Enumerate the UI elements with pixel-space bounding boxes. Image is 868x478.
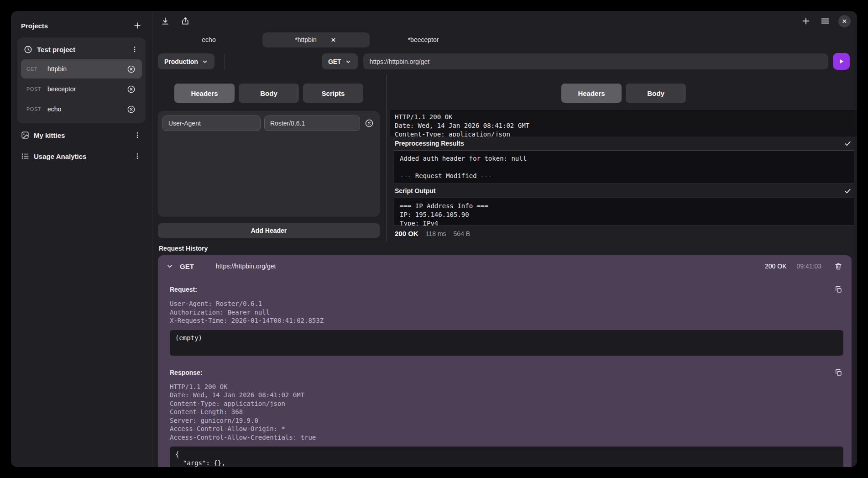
check-icon — [844, 187, 852, 195]
environment-selector[interactable]: Production — [158, 53, 214, 69]
history-method: GET — [180, 263, 194, 270]
tab-close-button[interactable] — [329, 36, 337, 44]
circle-x-icon — [127, 65, 136, 74]
list-icon — [21, 152, 29, 160]
tab-response-headers[interactable]: Headers — [561, 84, 622, 103]
tab-label: *beeceptor — [408, 36, 439, 43]
request-name: echo — [47, 105, 126, 113]
sidebar-header: Projects — [17, 18, 146, 36]
tab-response-body[interactable]: Body — [626, 84, 686, 103]
response-duration: 118 ms — [426, 230, 446, 237]
request-method-badge: GET — [26, 66, 47, 72]
image-icon — [21, 131, 29, 139]
kebab-icon — [134, 131, 141, 139]
new-tab-button[interactable] — [800, 15, 812, 27]
download-icon — [161, 16, 170, 26]
header-value-input[interactable] — [264, 116, 360, 131]
tab-label: *httpbin — [295, 36, 316, 43]
export-button[interactable] — [180, 16, 191, 26]
new-project-button[interactable] — [132, 20, 143, 31]
sidebar-request-echo[interactable]: POST echo — [21, 100, 142, 119]
project-group: Test project GET httpbin POST beeceptor — [17, 37, 146, 123]
sidebar-request-httpbin[interactable]: GET httpbin — [21, 59, 142, 79]
trash-icon — [834, 262, 842, 270]
sidebar-item-label: Usage Analytics — [34, 152, 128, 160]
remove-request-button[interactable] — [126, 104, 136, 115]
script-output[interactable]: === IP Address Info === IP: 195.146.105.… — [394, 198, 854, 226]
delete-history-button[interactable] — [833, 261, 843, 271]
copy-icon — [834, 285, 842, 294]
response-size: 564 B — [454, 230, 471, 237]
response-headers-output[interactable]: HTTP/1.1 200 OK Date: Wed, 14 Jan 2026 0… — [390, 110, 857, 137]
chevron-down-icon[interactable] — [166, 263, 173, 270]
url-input[interactable] — [363, 53, 828, 69]
request-method-badge: POST — [26, 86, 47, 92]
request-method-badge: POST — [26, 106, 47, 112]
hamburger-icon — [820, 16, 830, 26]
remove-header-button[interactable] — [364, 118, 375, 129]
import-button[interactable] — [160, 16, 171, 26]
chevron-down-icon — [202, 58, 208, 65]
top-toolbar — [152, 11, 857, 31]
app-menu-button[interactable] — [819, 15, 831, 27]
history-entry-body: Request: User-Agent: Roster/0.6.1 Author… — [158, 284, 852, 467]
tab-beeceptor[interactable]: *beeceptor — [370, 32, 477, 47]
tab-body[interactable]: Body — [239, 84, 299, 103]
app-window: Projects Test project GET httpbin — [11, 11, 857, 467]
status-code: 200 OK — [395, 230, 418, 237]
request-history-title: Request History — [158, 242, 852, 255]
circle-x-icon — [365, 119, 374, 128]
check-icon — [844, 140, 852, 147]
tab-headers[interactable]: Headers — [174, 84, 235, 103]
copy-response-button[interactable] — [833, 368, 843, 378]
response-panel-tabs: Headers Body — [390, 84, 857, 103]
tab-label: echo — [202, 36, 215, 43]
header-row — [162, 116, 375, 131]
copy-icon — [834, 368, 842, 377]
preprocessing-output[interactable]: Added auth header for token: null --- Re… — [394, 150, 854, 184]
tab-scripts[interactable]: Scripts — [303, 84, 363, 103]
request-name: beeceptor — [47, 85, 126, 93]
project-menu-button[interactable] — [130, 45, 139, 54]
header-key-input[interactable] — [162, 116, 261, 131]
preprocessing-section-header: Preprocessing Results — [390, 137, 857, 150]
main-area: echo *httpbin *beeceptor Production GET — [152, 11, 857, 467]
play-icon — [838, 58, 845, 65]
history-request-headers: User-Agent: Roster/0.6.1 Authorization: … — [170, 299, 843, 325]
kebab-icon — [134, 152, 141, 160]
method-label: GET — [328, 58, 341, 65]
sidebar-request-beeceptor[interactable]: POST beeceptor — [21, 79, 142, 99]
request-bar: Production GET — [152, 48, 857, 74]
collection-menu-button[interactable] — [133, 152, 142, 161]
sidebar-item-usage-analytics[interactable]: Usage Analytics — [17, 144, 146, 165]
request-label: Request: — [170, 286, 197, 293]
remove-request-button[interactable] — [126, 64, 136, 74]
send-button[interactable] — [833, 53, 850, 70]
response-status-bar: 200 OK 118 ms 564 B — [390, 226, 857, 237]
copy-request-button[interactable] — [833, 284, 843, 294]
history-entry-header[interactable]: GET https://httpbin.org/get 200 OK 09:41… — [158, 255, 852, 277]
request-history-section: Request History GET https://httpbin.org/… — [152, 242, 857, 467]
history-response-body: { "args": {}, "headers": { — [170, 446, 843, 467]
document-tab-bar: echo *httpbin *beeceptor — [152, 31, 857, 48]
close-icon — [842, 18, 847, 24]
remove-request-button[interactable] — [126, 84, 136, 95]
method-selector[interactable]: GET — [322, 53, 358, 69]
plus-icon — [133, 21, 142, 30]
collection-menu-button[interactable] — [133, 131, 142, 140]
tab-echo[interactable]: echo — [155, 32, 262, 47]
window-close-button[interactable] — [838, 15, 851, 27]
tab-httpbin[interactable]: *httpbin — [262, 32, 370, 47]
project-name: Test project — [37, 46, 125, 53]
plus-icon — [801, 16, 811, 26]
script-output-section-header: Script Output — [390, 184, 857, 198]
history-entry-card: GET https://httpbin.org/get 200 OK 09:41… — [158, 255, 852, 467]
add-header-button[interactable]: Add Header — [158, 223, 380, 238]
response-label: Response: — [170, 369, 203, 376]
sidebar-item-label: My kitties — [34, 131, 128, 139]
request-editor: Headers Body Scripts Add Header — [152, 74, 386, 242]
project-header[interactable]: Test project — [21, 41, 142, 59]
sidebar: Projects Test project GET httpbin — [11, 11, 152, 467]
divider — [225, 53, 225, 70]
sidebar-item-my-kitties[interactable]: My kitties — [17, 123, 146, 144]
